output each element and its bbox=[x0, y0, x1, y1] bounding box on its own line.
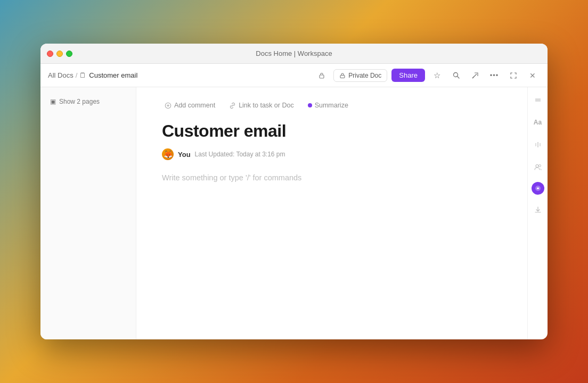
svg-line-4 bbox=[472, 74, 477, 78]
avatar-emoji: 🦊 bbox=[164, 150, 173, 159]
maximize-traffic-light[interactable] bbox=[66, 51, 72, 57]
private-doc-button[interactable]: Private Doc bbox=[333, 69, 387, 82]
pages-icon: ▣ bbox=[50, 98, 56, 105]
link-task-button[interactable]: Link to task or Doc bbox=[226, 100, 297, 111]
toolbar-actions: Private Doc Share ☆ ••• bbox=[314, 68, 540, 83]
svg-rect-1 bbox=[340, 75, 345, 78]
right-sidebar: Aa bbox=[527, 87, 548, 339]
link-task-label: Link to task or Doc bbox=[239, 102, 294, 109]
svg-rect-0 bbox=[320, 75, 324, 78]
ai-icon bbox=[534, 185, 542, 192]
svg-point-15 bbox=[538, 165, 541, 167]
search-button[interactable] bbox=[448, 68, 463, 83]
close-icon: ✕ bbox=[529, 71, 536, 80]
sidebar-toggle-icon bbox=[534, 96, 542, 104]
author-avatar: 🦊 bbox=[162, 148, 174, 160]
breadcrumb-current: 🗒 Customer email bbox=[79, 71, 137, 79]
export-icon bbox=[471, 71, 479, 79]
summarize-dot-icon bbox=[308, 103, 312, 107]
minimize-traffic-light[interactable] bbox=[56, 51, 63, 57]
star-icon: ☆ bbox=[434, 71, 440, 80]
document-area: Add comment Link to task or Doc Summariz… bbox=[136, 87, 548, 339]
show-pages-button[interactable]: ▣ Show 2 pages bbox=[47, 96, 129, 107]
titlebar: Docs Home | Workspace bbox=[40, 44, 548, 64]
left-sidebar: ▣ Show 2 pages bbox=[40, 87, 136, 339]
window-title: Docs Home | Workspace bbox=[256, 49, 332, 57]
lock-icon-button[interactable] bbox=[314, 68, 329, 83]
breadcrumb-separator: / bbox=[76, 71, 78, 79]
private-doc-label: Private Doc bbox=[348, 72, 381, 79]
fullscreen-button[interactable] bbox=[506, 68, 521, 83]
svg-line-3 bbox=[457, 77, 459, 78]
doc-meta: 🦊 You Last Updated: Today at 3:16 pm bbox=[162, 148, 502, 160]
export-button[interactable] bbox=[468, 68, 483, 83]
close-traffic-light[interactable] bbox=[47, 51, 53, 57]
close-button[interactable]: ✕ bbox=[525, 68, 540, 83]
main-area: ▣ Show 2 pages Add comment bbox=[40, 87, 548, 339]
fullscreen-icon bbox=[510, 72, 517, 79]
breadcrumb-parent[interactable]: All Docs bbox=[48, 71, 74, 79]
svg-point-14 bbox=[536, 165, 538, 168]
breadcrumb-current-label: Customer email bbox=[89, 71, 137, 79]
add-comment-button[interactable]: Add comment bbox=[162, 100, 218, 111]
last-updated-text: Last Updated: Today at 3:16 pm bbox=[195, 151, 285, 158]
star-button[interactable]: ☆ bbox=[429, 68, 444, 83]
collapse-sidebar-button[interactable] bbox=[530, 93, 545, 107]
users-icon bbox=[534, 163, 542, 171]
document-editor[interactable]: Write something or type '/' for commands bbox=[162, 173, 502, 279]
link-icon bbox=[229, 102, 236, 109]
svg-point-2 bbox=[453, 73, 458, 77]
summarize-button[interactable]: Summarize bbox=[305, 100, 351, 111]
toolbar: All Docs / 🗒 Customer email Private Doc bbox=[40, 64, 548, 87]
doc-action-toolbar: Add comment Link to task or Doc Summariz… bbox=[162, 100, 502, 111]
doc-page-icon: 🗒 bbox=[79, 71, 86, 79]
app-window: Docs Home | Workspace All Docs / 🗒 Custo… bbox=[40, 44, 548, 339]
more-icon: ••• bbox=[490, 71, 499, 79]
ai-status-indicator[interactable] bbox=[532, 182, 544, 195]
lock-small-icon bbox=[339, 72, 346, 79]
author-name: You bbox=[178, 151, 191, 159]
download-icon bbox=[534, 206, 542, 213]
more-options-button[interactable]: ••• bbox=[487, 68, 502, 83]
show-pages-label: Show 2 pages bbox=[59, 98, 100, 105]
breadcrumb: All Docs / 🗒 Customer email bbox=[48, 71, 312, 79]
share-button[interactable]: Share bbox=[391, 69, 425, 82]
comment-icon bbox=[165, 102, 172, 109]
text-format-icon: Aa bbox=[534, 119, 542, 126]
summarize-label: Summarize bbox=[315, 102, 348, 109]
lock-icon bbox=[318, 72, 325, 79]
document-title[interactable]: Customer email bbox=[162, 121, 502, 141]
users-button[interactable] bbox=[530, 160, 545, 174]
doc-content: Add comment Link to task or Doc Summariz… bbox=[136, 87, 527, 339]
download-button[interactable] bbox=[530, 202, 545, 217]
layout-icon bbox=[534, 141, 542, 148]
text-format-button[interactable]: Aa bbox=[530, 115, 545, 130]
editor-placeholder[interactable]: Write something or type '/' for commands bbox=[162, 173, 301, 182]
traffic-lights bbox=[40, 51, 72, 57]
search-icon bbox=[452, 71, 460, 79]
add-comment-label: Add comment bbox=[174, 102, 215, 109]
layout-button[interactable] bbox=[530, 137, 545, 152]
